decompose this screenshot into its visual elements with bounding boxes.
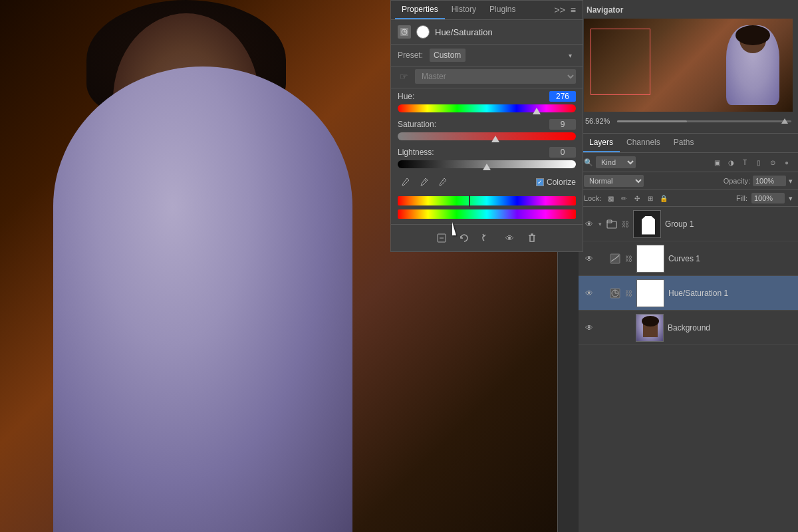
opacity-input[interactable] (753, 176, 786, 186)
fill-chevron: ▾ (789, 194, 793, 203)
layer-item-curves1[interactable]: 👁 ⛓ Curves 1 (579, 241, 798, 276)
sat-slider-thumb (491, 136, 499, 142)
filter-smart-icon[interactable]: ⊙ (767, 156, 779, 168)
layer-thumb-curves1 (636, 245, 664, 273)
visibility-btn[interactable]: 👁 (501, 230, 517, 246)
clip-to-layer-btn[interactable] (434, 230, 450, 246)
lock-artboard-btn[interactable]: ⊞ (645, 193, 656, 203)
preset-label: Preset: (398, 51, 424, 60)
light-slider-track[interactable] (398, 160, 576, 168)
tab-history[interactable]: History (445, 1, 483, 19)
lock-icons: ▩ ✏ ✣ ⊞ 🔒 (605, 193, 669, 203)
tab-channels[interactable]: Channels (620, 134, 667, 152)
properties-panel: Properties History Plugins >> ≡ Hue/Satu… (390, 0, 583, 252)
spectrum-bar-bottom (398, 209, 576, 219)
hue-value[interactable]: 276 (549, 91, 576, 102)
filter-icons: ▣ ◑ T ▯ ⊙ ● (711, 156, 793, 168)
zoom-value: 56.92% (585, 117, 613, 125)
filter-pixel-icon[interactable]: ▣ (711, 156, 723, 168)
layer-eye-background[interactable]: 👁 (584, 323, 595, 333)
zoom-slider[interactable] (617, 120, 791, 122)
tab-plugins[interactable]: Plugins (483, 1, 522, 19)
colorize-label: Colorize (547, 178, 576, 187)
mask-icon (416, 25, 430, 39)
layer-eye-curves1[interactable]: 👁 (584, 253, 595, 264)
finger-tool-icon[interactable]: ☞ (398, 70, 410, 82)
layer-item-huesat1[interactable]: 👁 ⛓ Hue/Saturation 1 (579, 276, 798, 311)
layers-panel: Layers Channels Paths 🔍 Kind ▣ ◑ T ▯ ⊙ ●… (579, 134, 798, 532)
layer-eye-group1[interactable]: 👁 (584, 219, 595, 229)
right-panel: Navigator 56.92% Layers Channels Paths 🔍… (579, 0, 798, 532)
layer-expand-group1[interactable]: ▾ (598, 221, 602, 227)
colorize-checkbox[interactable]: ✓ (536, 178, 544, 186)
person-figure (33, 0, 399, 532)
hoodie (53, 66, 352, 532)
delete-btn[interactable] (524, 230, 540, 246)
layer-link-huesat1: ⛓ (625, 289, 632, 297)
spectrum-bar-top (398, 196, 576, 205)
channel-select[interactable]: Master (415, 69, 576, 84)
filter-toggle[interactable]: ● (781, 156, 793, 168)
filter-shape-icon[interactable]: ▯ (753, 156, 765, 168)
properties-toolbar: 👁 (391, 224, 583, 251)
hue-slider-thumb (533, 108, 541, 114)
layer-eye-huesat1[interactable]: 👁 (584, 288, 595, 299)
sat-value[interactable]: 9 (549, 119, 576, 130)
navigator-viewport[interactable] (591, 29, 650, 95)
adjustment-icon (398, 25, 411, 39)
properties-header: Hue/Saturation (391, 20, 583, 45)
layer-item-group1[interactable]: 👁 ▾ ⛓ Group 1 (579, 207, 798, 241)
blend-mode-row: Normal Opacity: ▾ (579, 172, 798, 190)
properties-tabs: Properties History Plugins >> ≡ (391, 1, 583, 20)
filter-type-icon[interactable]: T (739, 156, 751, 168)
reset-btn[interactable] (456, 230, 472, 246)
layer-thumb-group1 (633, 210, 661, 238)
hue-slider-row: Hue: 276 (391, 88, 583, 116)
colorize-row: + - ✓ Colorize (391, 172, 583, 195)
opacity-chevron: ▾ (789, 177, 793, 186)
hue-label: Hue: (398, 92, 414, 101)
preset-select[interactable]: Custom (430, 49, 466, 62)
zoom-thumb (781, 118, 788, 124)
tab-properties[interactable]: Properties (395, 1, 445, 19)
blend-mode-dropdown[interactable]: Normal (584, 175, 644, 187)
zoom-fill (617, 120, 687, 122)
layer-name-background: Background (668, 323, 793, 332)
lock-all-btn[interactable]: 🔒 (658, 193, 669, 203)
layer-link-curves1: ⛓ (625, 255, 632, 263)
sat-slider-track[interactable] (398, 132, 576, 140)
kind-filter-dropdown[interactable]: Kind (596, 156, 636, 168)
lock-label: Lock: (584, 194, 601, 202)
layer-thumb-background (636, 314, 664, 342)
light-label-row: Lightness: 0 (398, 147, 576, 158)
lock-paint-btn[interactable]: ✏ (618, 193, 629, 203)
svg-text:+: + (424, 178, 427, 182)
navigator-title: Navigator (584, 5, 793, 15)
lock-move-btn[interactable]: ✣ (632, 193, 642, 203)
light-value[interactable]: 0 (549, 147, 576, 158)
channel-row: ☞ Master (391, 66, 583, 88)
eyedropper-btn[interactable] (398, 175, 412, 190)
saturation-slider-row: Saturation: 9 (391, 116, 583, 144)
sat-label: Saturation: (398, 120, 436, 129)
preset-row: Preset: Custom (391, 45, 583, 66)
layers-list: 👁 ▾ ⛓ Group 1 👁 (579, 207, 798, 532)
tab-paths[interactable]: Paths (667, 134, 701, 152)
navigator-person-thumb (726, 25, 779, 105)
fill-input[interactable] (751, 193, 785, 203)
eyedropper-minus-btn[interactable]: - (435, 175, 450, 190)
navigator-panel: Navigator 56.92% (579, 0, 798, 134)
undo-btn[interactable] (479, 230, 495, 246)
lock-pixel-btn[interactable]: ▩ (605, 193, 616, 203)
lightness-slider-row: Lightness: 0 (391, 144, 583, 172)
panel-menu-icon[interactable]: ≡ (568, 2, 579, 18)
more-button[interactable]: >> (551, 2, 567, 18)
filter-icon: 🔍 (584, 158, 593, 167)
hue-slider-track[interactable] (398, 104, 576, 112)
layer-name-huesat1: Hue/Saturation 1 (668, 289, 793, 298)
eyedropper-add-btn[interactable]: + (416, 175, 431, 190)
filter-adjust-icon[interactable]: ◑ (725, 156, 737, 168)
tab-layers[interactable]: Layers (583, 134, 620, 152)
light-label: Lightness: (398, 148, 434, 157)
layer-item-background[interactable]: 👁 Background (579, 311, 798, 345)
